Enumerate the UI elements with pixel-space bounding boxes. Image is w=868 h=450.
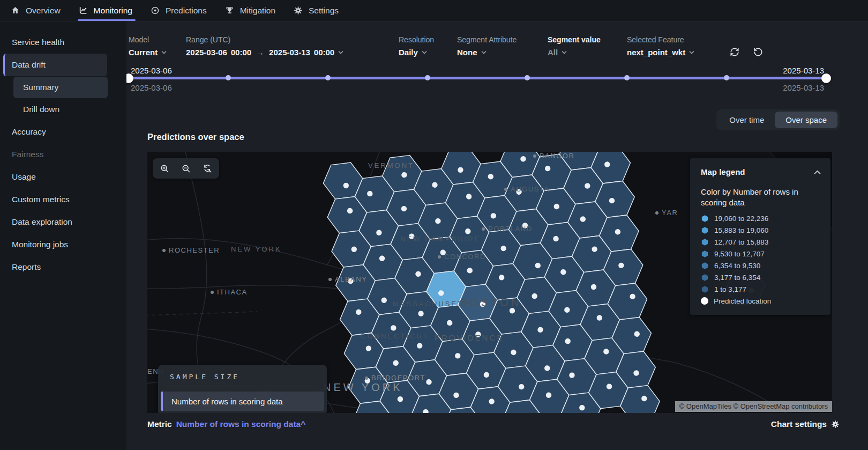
sidebar-item-label: Data exploration — [12, 217, 72, 227]
map-legend-title: Map legend — [701, 167, 745, 176]
sidebar-item-data-drift[interactable]: Data drift — [3, 54, 107, 76]
sidebar-item-summary[interactable]: Summary — [13, 77, 108, 98]
range-start-time: 00:00 — [231, 48, 251, 57]
nav-label: Predictions — [166, 6, 207, 16]
tab-over-space[interactable]: Over space — [775, 112, 837, 128]
range-label: Range (UTC) — [186, 35, 399, 44]
zoom-out-button[interactable] — [177, 160, 194, 176]
model-dropdown[interactable]: Current — [129, 48, 186, 57]
selected-feature-control: Selected Feature next_point_wkt — [627, 35, 730, 57]
sample-size-option-label: Number of rows in scoring data — [171, 397, 283, 406]
line-chart-icon — [79, 6, 88, 15]
legend-hex-swatch-icon — [701, 250, 709, 258]
slider-end-date-secondary: 2025-03-13 — [783, 83, 824, 92]
home-icon — [11, 6, 20, 15]
metric-selector-group: MetricNumber of rows in scoring data^ — [147, 419, 305, 429]
nav-item-overview[interactable]: Overview — [11, 0, 61, 21]
app-window: Overview Monitoring Predictions Mitigati… — [0, 0, 868, 450]
metric-dropdown[interactable]: Number of rows in scoring data^ — [176, 419, 306, 429]
tab-over-time[interactable]: Over time — [719, 112, 775, 128]
chevron-down-icon — [161, 50, 167, 54]
legend-range-label: 19,060 to 22,236 — [714, 215, 768, 223]
sidebar-item-monitoring-jobs[interactable]: Monitoring jobs — [3, 233, 107, 256]
sidebar-item-reports[interactable]: Reports — [3, 256, 107, 278]
view-toggle: Over time Over space — [716, 109, 840, 130]
legend-item: 1 to 3,177 — [701, 285, 821, 293]
sample-size-panel: SAMPLE SIZE Number of rows in scoring da… — [158, 365, 327, 413]
reset-icon — [753, 47, 763, 57]
zoom-in-button[interactable] — [156, 160, 173, 176]
resolution-control: Resolution Daily — [399, 35, 457, 57]
legend-range-label: 3,177 to 6,354 — [714, 274, 760, 282]
segment-attribute-label: Segment Attribute — [457, 35, 548, 44]
range-control: Range (UTC) 2025-03-06 00:00 → 2025-03-1… — [186, 35, 399, 57]
slider-start-date: 2025-03-06 — [131, 66, 172, 75]
sidebar-item-accuracy[interactable]: Accuracy — [3, 121, 107, 143]
slider-handle-end[interactable] — [821, 73, 831, 83]
collapse-legend-button[interactable] — [814, 167, 821, 176]
zoom-reset-icon — [203, 164, 212, 173]
reset-button[interactable] — [753, 47, 763, 57]
sidebar-item-label: Data drift — [12, 60, 46, 70]
zoom-out-icon — [182, 164, 191, 173]
legend-item: 6,354 to 9,530 — [701, 262, 821, 270]
segment-value-label: Segment value — [548, 35, 627, 44]
sidebar-item-label: Service health — [12, 38, 64, 47]
range-dropdown[interactable]: 2025-03-06 00:00 → 2025-03-13 00:00 — [186, 48, 399, 57]
sidebar-item-data-exploration[interactable]: Data exploration — [3, 211, 107, 233]
segment-attribute-dropdown[interactable]: None — [457, 48, 548, 57]
nav-item-mitigation[interactable]: Mitigation — [225, 0, 275, 21]
legend-range-label: 15,883 to 19,060 — [714, 226, 768, 234]
sample-size-option-selected[interactable]: Number of rows in scoring data — [161, 392, 324, 411]
chevron-down-icon — [422, 50, 427, 54]
map-zoom-toolbar — [153, 158, 219, 179]
legend-item: 12,707 to 15,883 — [701, 238, 821, 246]
slider-tick — [624, 75, 630, 80]
legend-range-label: 9,530 to 12,707 — [714, 250, 765, 258]
nav-label: Mitigation — [240, 6, 275, 16]
sidebar-item-custom-metrics[interactable]: Custom metrics — [3, 188, 107, 211]
slider-tick — [226, 75, 231, 80]
selected-feature-label: Selected Feature — [627, 35, 730, 44]
chevron-down-icon — [338, 50, 343, 54]
legend-item: 15,883 to 19,060 — [701, 226, 821, 234]
slider-tick — [525, 75, 530, 80]
page-title: Predictions over space — [147, 132, 244, 142]
range-end-date: 2025-03-13 — [269, 48, 310, 57]
sidebar-item-fairness[interactable]: Fairness — [3, 143, 107, 166]
legend-hex-swatch-icon — [701, 238, 709, 246]
nav-label: Monitoring — [94, 6, 132, 16]
sidebar-item-usage[interactable]: Usage — [3, 166, 107, 188]
refresh-icon — [730, 47, 739, 57]
nav-item-predictions[interactable]: Predictions — [151, 0, 207, 21]
slider-end-date: 2025-03-13 — [783, 66, 824, 75]
zoom-reset-button[interactable] — [199, 160, 216, 176]
nav-item-settings[interactable]: Settings — [294, 0, 339, 21]
legend-item: 9,530 to 12,707 — [701, 250, 821, 258]
segment-value-dropdown[interactable]: All — [548, 48, 627, 57]
legend-range-label: 12,707 to 15,883 — [714, 238, 768, 246]
legend-hex-swatch-icon — [701, 285, 709, 293]
sidebar-item-service-health[interactable]: Service health — [3, 31, 107, 54]
sidebar-item-label: Fairness — [12, 150, 43, 159]
nav-label: Overview — [26, 6, 61, 16]
resolution-dropdown[interactable]: Daily — [399, 48, 457, 57]
arrow-right-icon: → — [255, 48, 265, 57]
selected-feature-dropdown[interactable]: next_point_wkt — [627, 48, 730, 57]
chart-settings-button[interactable]: Chart settings — [771, 419, 840, 429]
refresh-button[interactable] — [730, 47, 739, 57]
model-value: Current — [129, 48, 158, 57]
nav-item-monitoring[interactable]: Monitoring — [79, 0, 132, 21]
legend-hex-swatch-icon — [701, 274, 709, 282]
legend-item: 3,177 to 6,354 — [701, 274, 821, 282]
segment-value-value: All — [548, 48, 558, 57]
sidebar-item-drill-down[interactable]: Drill down — [13, 99, 108, 120]
legend-color-by-text: Color by Number of rows in scoring data — [701, 187, 821, 209]
segment-attribute-value: None — [457, 48, 477, 57]
chevron-up-icon — [814, 170, 821, 175]
slider-track[interactable] — [129, 77, 826, 79]
legend-item: 19,060 to 22,236 — [701, 215, 821, 223]
selected-feature-value: next_point_wkt — [627, 48, 685, 57]
caret-up-icon: ^ — [301, 419, 305, 429]
map-canvas[interactable]: VERMONTBANGORAUGUSTAPORTLANDNEW HAMPSHIR… — [147, 152, 832, 413]
